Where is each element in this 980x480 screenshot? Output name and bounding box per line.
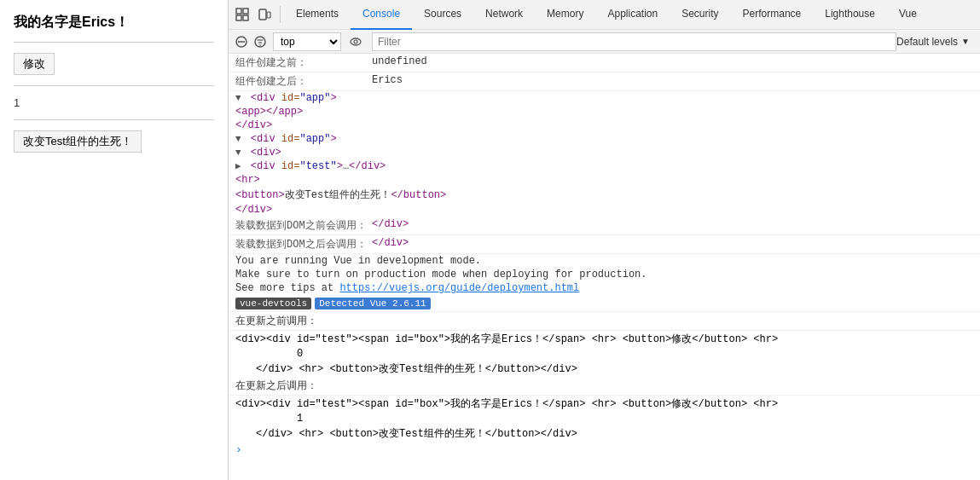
update-after-number: 1: [297, 413, 303, 425]
svg-rect-3: [243, 15, 248, 20]
divider-1: [14, 42, 214, 43]
list-item: 0: [229, 347, 980, 361]
list-item: <button>改变Test组件的生死！</button>: [229, 187, 980, 203]
inspect-icon[interactable]: [232, 4, 252, 25]
list-item: 组件创建之前： undefined: [229, 54, 980, 72]
tab-lighthouse[interactable]: Lighthouse: [813, 0, 887, 30]
create-after-label: 组件创建之后：: [235, 74, 372, 89]
devtools-tabbar: Elements Console Sources Network Memory …: [229, 0, 980, 30]
svg-rect-1: [243, 9, 248, 14]
vue-tips-link[interactable]: https://vuejs.org/guide/deployment.html: [339, 282, 579, 294]
list-item: ▶ <div id="test">…</div>: [229, 159, 980, 173]
update-after-content: <div><div id="test"><span id="box">我的名字是…: [235, 398, 778, 410]
tab-performance[interactable]: Performance: [731, 0, 814, 30]
update-after-label: 在更新之后调用：: [235, 379, 317, 393]
context-select[interactable]: top: [273, 32, 341, 51]
collapse-arrow-icon[interactable]: ▼: [235, 93, 241, 103]
list-item: 组件创建之后： Erics: [229, 72, 980, 91]
list-item: </div> <hr> <button>改变Test组件的生死！</button…: [229, 425, 980, 442]
detected-badge: Detected Vue 2.6.11: [315, 298, 430, 309]
vue-info-line2: Make sure to turn on production mode whe…: [229, 268, 980, 281]
default-levels-dropdown[interactable]: Default levels ▼: [896, 36, 977, 48]
tab-sources[interactable]: Sources: [412, 0, 473, 30]
list-item: </div> <hr> <button>改变Test组件的生死！</button…: [229, 361, 980, 377]
tab-elements[interactable]: Elements: [284, 0, 351, 30]
tab-memory[interactable]: Memory: [535, 0, 595, 30]
create-before-label: 组件创建之前：: [235, 55, 372, 70]
update-before-number: 0: [297, 348, 303, 360]
edit-button[interactable]: 修改: [14, 53, 55, 75]
list-item: ▼ <div id="app">: [229, 132, 980, 146]
mount-before-value: </div>: [372, 218, 409, 230]
console-cursor-line: ›: [229, 442, 980, 458]
device-icon[interactable]: [254, 4, 275, 25]
collapse-arrow-icon2[interactable]: ▼: [235, 134, 241, 144]
filter-input[interactable]: [372, 32, 896, 51]
expand-arrow-icon[interactable]: ▼: [235, 147, 241, 158]
console-output: 组件创建之前： undefined 组件创建之后： Erics ▼ <div i…: [229, 54, 980, 480]
default-levels-label: Default levels: [896, 36, 958, 48]
list-item: 装载数据到DOM之前会调用： </div>: [229, 217, 980, 235]
svg-rect-2: [236, 15, 241, 20]
update-before-label: 在更新之前调用：: [235, 314, 317, 328]
vue-info-line3: See more tips at https://vuejs.org/guide…: [229, 281, 980, 295]
mount-after-value: </div>: [372, 237, 409, 249]
divider-3: [14, 119, 214, 120]
tab-console[interactable]: Console: [351, 0, 412, 30]
divider-2: [14, 85, 214, 86]
eye-icon[interactable]: [346, 32, 365, 51]
list-item: 1: [229, 412, 980, 425]
update-before-content: <div><div id="test"><span id="box">我的名字是…: [235, 333, 778, 345]
list-item: </div>: [229, 203, 980, 217]
svg-rect-0: [236, 9, 241, 14]
list-item: ▼ <div>: [229, 146, 980, 159]
svg-point-12: [351, 38, 361, 45]
update-before-end: </div> <hr> <button>改变Test组件的生死！</button…: [256, 363, 577, 375]
mount-after-label: 装载数据到DOM之后会调用：: [235, 237, 372, 252]
tab-application[interactable]: Application: [595, 0, 670, 30]
devtools-panel: Elements Console Sources Network Memory …: [229, 0, 980, 480]
create-after-value: Erics: [372, 74, 403, 86]
clear-console-icon[interactable]: [232, 32, 251, 51]
devtools-tabs: Elements Console Sources Network Memory …: [284, 0, 929, 30]
mount-before-label: 装载数据到DOM之前会调用：: [235, 218, 372, 233]
list-item: 装载数据到DOM之后会调用： </div>: [229, 235, 980, 254]
vue-devtools-badge: vue-devtools: [235, 298, 311, 309]
expand-arrow-icon2[interactable]: ▶: [235, 161, 241, 171]
toolbar-sep: [280, 6, 281, 23]
tab-security[interactable]: Security: [670, 0, 730, 30]
vue-info-line1: You are running Vue in development mode.: [229, 254, 980, 268]
tab-network[interactable]: Network: [473, 0, 535, 30]
left-panel: 我的名字是Erics！ 修改 1 改变Test组件的生死！: [0, 0, 229, 480]
list-item: <hr>: [229, 173, 980, 187]
update-after-end: </div> <hr> <button>改变Test组件的生死！</button…: [256, 428, 577, 440]
lifecycle-button[interactable]: 改变Test组件的生死！: [14, 130, 142, 153]
list-item: <div><div id="test"><span id="box">我的名字是…: [229, 396, 980, 412]
svg-point-13: [354, 40, 357, 43]
list-item: ▼ <div id="app">: [229, 91, 980, 105]
tab-vue[interactable]: Vue: [887, 0, 929, 30]
list-item: vue-devtools Detected Vue 2.6.11: [229, 295, 980, 312]
list-item: 在更新之前调用：: [229, 312, 980, 331]
svg-rect-4: [259, 9, 266, 20]
list-item: </div>: [229, 119, 980, 132]
list-item: <app></app>: [229, 105, 980, 119]
page-title: 我的名字是Erics！: [14, 14, 214, 32]
chevron-down-icon: ▼: [961, 37, 970, 46]
create-before-value: undefined: [372, 55, 427, 67]
console-cursor-icon[interactable]: ›: [235, 443, 242, 456]
number-display: 1: [14, 96, 214, 109]
svg-rect-5: [267, 12, 270, 18]
filter-icon[interactable]: [251, 32, 270, 51]
list-item: 在更新之后调用：: [229, 377, 980, 396]
console-toolbar: top Default levels ▼: [229, 30, 980, 54]
list-item: <div><div id="test"><span id="box">我的名字是…: [229, 331, 980, 347]
